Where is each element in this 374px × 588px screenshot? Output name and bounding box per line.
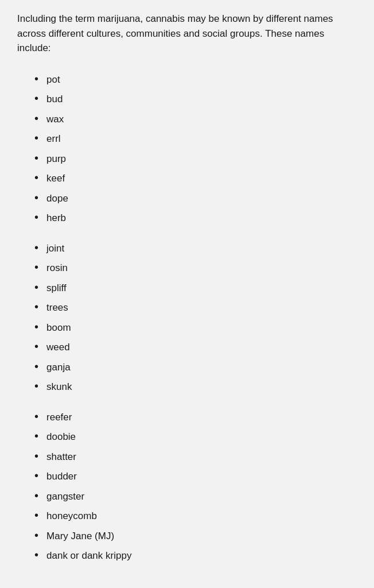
list-item: keef — [17, 168, 357, 188]
list-item: ganja — [17, 357, 357, 377]
list-item: joint — [17, 238, 357, 258]
list-item: dope — [17, 188, 357, 208]
list-group-3: reefer doobie shatter budder gangster ho… — [17, 407, 357, 566]
main-container: Including the term marijuana, cannabis m… — [0, 0, 374, 588]
list-item: trees — [17, 297, 357, 318]
list-item: herb — [17, 208, 357, 228]
list-group-2: joint rosin spliff trees boom weed ganja… — [17, 238, 357, 397]
list-item: boom — [17, 318, 357, 338]
list-item: dank or dank krippy — [17, 546, 357, 566]
list-item: reefer — [17, 407, 357, 427]
list-item: spliff — [17, 278, 357, 298]
list-item: weed — [17, 337, 357, 357]
list-2: joint rosin spliff trees boom weed ganja… — [17, 238, 357, 397]
list-item: errl — [17, 129, 357, 149]
list-item: doobie — [17, 427, 357, 447]
list-item: bud — [17, 89, 357, 109]
list-item: skunk — [17, 377, 357, 397]
intro-paragraph: Including the term marijuana, cannabis m… — [17, 11, 357, 56]
list-item: honeycomb — [17, 506, 357, 526]
list-item: shatter — [17, 447, 357, 467]
list-3: reefer doobie shatter budder gangster ho… — [17, 407, 357, 566]
list-item: budder — [17, 466, 357, 486]
list-item: rosin — [17, 258, 357, 278]
list-item: purp — [17, 149, 357, 169]
list-1: pot bud wax errl purp keef dope herb — [17, 69, 357, 228]
list-item: gangster — [17, 486, 357, 506]
list-item: Mary Jane (MJ) — [17, 526, 357, 546]
list-item: pot — [17, 69, 357, 90]
list-item: wax — [17, 109, 357, 129]
list-group-1: pot bud wax errl purp keef dope herb — [17, 69, 357, 228]
